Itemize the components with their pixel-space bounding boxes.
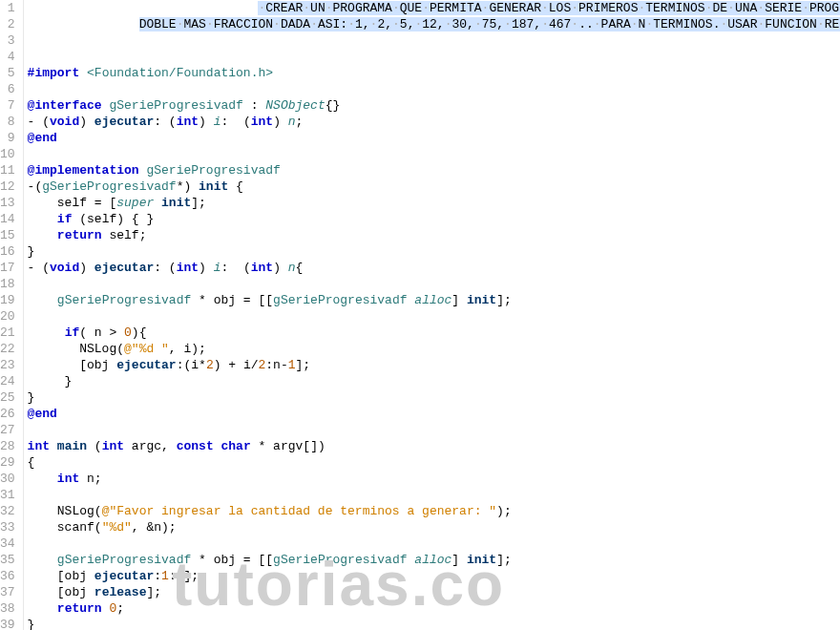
line-number: 20 (0, 308, 15, 325)
line-number: 7 (0, 97, 15, 114)
line-number: 9 (0, 130, 15, 146)
code-line[interactable]: NSLog(@"Favor ingresar la cantidad de te… (28, 503, 840, 519)
code-line[interactable]: - (void) ejecutar: (int) i: (int) n; (28, 114, 840, 130)
line-number: 17 (0, 260, 15, 276)
code-line[interactable] (28, 81, 840, 97)
code-line[interactable]: DOBLE·MAS·FRACCION·DADA·ASI:·1,·2,·5,·12… (28, 16, 840, 32)
code-line[interactable]: NSLog(@"%d ", i); (28, 341, 840, 357)
line-number: 34 (0, 536, 15, 552)
code-line[interactable] (28, 146, 840, 162)
code-line[interactable] (28, 308, 840, 325)
code-line[interactable]: @end (28, 130, 840, 146)
code-line[interactable]: if( n > 0){ (28, 325, 840, 341)
code-line[interactable]: return 0; (28, 600, 840, 617)
code-line[interactable]: #import <Foundation/Foundation.h> (28, 65, 840, 81)
line-number: 28 (0, 438, 15, 454)
code-line[interactable] (28, 422, 840, 438)
code-line[interactable] (28, 276, 840, 292)
code-line[interactable]: } (28, 389, 840, 406)
code-line[interactable]: @end (28, 406, 840, 422)
code-area[interactable]: ·CREAR·UN·PROGRAMA·QUE·PERMITA·GENERAR·L… (24, 0, 840, 630)
code-line[interactable]: ·CREAR·UN·PROGRAMA·QUE·PERMITA·GENERAR·L… (28, 0, 840, 16)
code-line[interactable]: [obj ejecutar:(i*2) + i/2:n-1]; (28, 357, 840, 373)
line-number: 23 (0, 357, 15, 373)
code-line[interactable]: gSerieProgresivadf * obj = [[gSerieProgr… (28, 292, 840, 308)
line-number: 21 (0, 325, 15, 341)
line-number: 8 (0, 114, 15, 130)
line-number: 19 (0, 292, 15, 308)
line-number: 22 (0, 341, 15, 357)
code-line[interactable]: -(gSerieProgresivadf*) init { (28, 178, 840, 195)
code-line[interactable]: [obj ejecutar:1:n]; (28, 568, 840, 584)
code-line[interactable]: @implementation gSerieProgresivadf (28, 162, 840, 178)
code-line[interactable]: } (28, 373, 840, 389)
line-number: 35 (0, 552, 15, 568)
code-line[interactable]: @interface gSerieProgresivadf : NSObject… (28, 97, 840, 114)
code-line[interactable]: { (28, 454, 840, 471)
line-number: 15 (0, 227, 15, 243)
line-number: 13 (0, 195, 15, 211)
line-number: 39 (0, 617, 15, 630)
line-number: 27 (0, 422, 15, 438)
code-line[interactable]: if (self) { } (28, 211, 840, 227)
line-number: 3 (0, 32, 15, 49)
code-line[interactable]: self = [super init]; (28, 195, 840, 211)
line-number: 38 (0, 600, 15, 617)
code-line[interactable]: gSerieProgresivadf * obj = [[gSerieProgr… (28, 552, 840, 568)
line-number: 5 (0, 65, 15, 81)
line-number: 2 (0, 16, 15, 32)
line-number: 1 (0, 0, 15, 16)
line-number: 37 (0, 584, 15, 600)
line-number: 11 (0, 162, 15, 178)
line-number: 36 (0, 568, 15, 584)
code-editor[interactable]: 1234567891011121314151617181920212223242… (0, 0, 840, 630)
line-number: 14 (0, 211, 15, 227)
line-number: 26 (0, 406, 15, 422)
line-number: 24 (0, 373, 15, 389)
code-line[interactable] (28, 536, 840, 552)
code-line[interactable]: scanf("%d", &n); (28, 519, 840, 536)
code-line[interactable] (28, 487, 840, 503)
line-number-gutter: 1234567891011121314151617181920212223242… (0, 0, 24, 630)
line-number: 6 (0, 81, 15, 97)
code-line[interactable]: } (28, 243, 840, 260)
code-line[interactable] (28, 49, 840, 65)
code-line[interactable]: int n; (28, 471, 840, 487)
line-number: 32 (0, 503, 15, 519)
line-number: 30 (0, 471, 15, 487)
code-line[interactable]: - (void) ejecutar: (int) i: (int) n{ (28, 260, 840, 276)
line-number: 25 (0, 389, 15, 406)
code-line[interactable]: return self; (28, 227, 840, 243)
code-line[interactable] (28, 32, 840, 49)
line-number: 31 (0, 487, 15, 503)
code-line[interactable]: int main (int argc, const char * argv[]) (28, 438, 840, 454)
line-number: 16 (0, 243, 15, 260)
line-number: 29 (0, 454, 15, 471)
line-number: 18 (0, 276, 15, 292)
line-number: 10 (0, 146, 15, 162)
code-line[interactable]: } (28, 617, 840, 630)
line-number: 4 (0, 49, 15, 65)
line-number: 12 (0, 178, 15, 195)
code-line[interactable]: [obj release]; (28, 584, 840, 600)
line-number: 33 (0, 519, 15, 536)
